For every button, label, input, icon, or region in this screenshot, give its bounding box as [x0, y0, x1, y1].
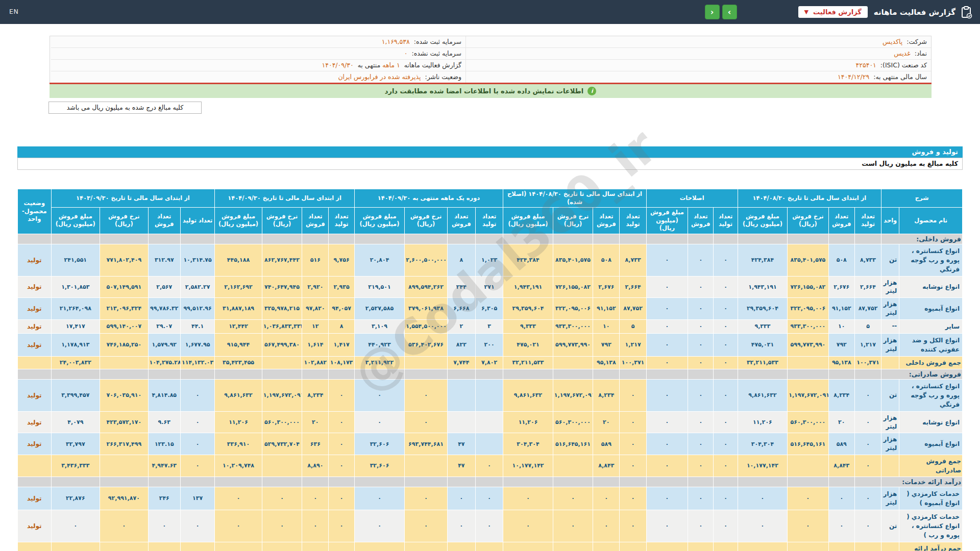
- cell-month: ۳۷۹,۰۶۱,۹۳۸: [405, 298, 447, 320]
- company-value: پاکدیس: [883, 38, 902, 45]
- cell-g1403: ۲,۵۶۷: [148, 276, 180, 298]
- report-type-dropdown[interactable]: گزارش فعالیت ▼: [798, 6, 868, 18]
- report-date-value: ۱۴۰۴/۰۹/۳۰: [322, 61, 354, 69]
- cell-g1403: ۷۰۶,۰۳۵,۹۱۰: [100, 379, 148, 411]
- cell-g1403: ۲۴۶: [148, 542, 180, 551]
- cell-month: ۰: [354, 487, 405, 510]
- cell-g0930: ۰: [329, 433, 354, 455]
- cell-g0830adj: ۸,۲۳۴: [593, 379, 620, 411]
- cell-adj: ۰: [714, 542, 738, 551]
- cell-g1403: ۱۳۷: [180, 542, 214, 551]
- report-prefix: گزارش فعالیت ماهانه: [404, 61, 461, 69]
- cell-g0830adj: ۴۷۵,۰۲۱: [503, 333, 553, 356]
- column-g0930: تعداد تولید: [329, 208, 354, 234]
- cell-g0930: [262, 455, 302, 477]
- cell-g0930: ۸۶۲,۷۶۷,۴۴۲: [262, 244, 302, 276]
- next-report-button[interactable]: ›: [722, 5, 737, 19]
- cell-month: ۰: [354, 510, 405, 542]
- cell-g0830: ۸,۲۳۴: [828, 379, 854, 411]
- cell-g0830adj: ۲,۶۶۴: [620, 276, 646, 298]
- cell-g0830adj: ۳۲,۲۱۱,۵۳۳: [503, 356, 553, 369]
- cell-adj: ۰: [688, 244, 714, 276]
- table-cell: [180, 369, 214, 379]
- cell-g0830adj: ۳۲۲,۰۹۵,۰۰۶: [553, 298, 593, 320]
- cell-month: ۸۲۲: [447, 333, 475, 356]
- cell-adj: ۰: [714, 319, 738, 333]
- table-cell: [18, 234, 52, 244]
- cell-g0830: ۱۰: [828, 319, 854, 333]
- column-g0830adj: تعداد تولید: [620, 208, 646, 234]
- previous-report-button[interactable]: ‹: [705, 5, 720, 19]
- cell-g0830adj: ۰: [553, 487, 593, 510]
- product-name: خدمات کارمزدي ( انواع آبمیوه ): [899, 487, 963, 510]
- fiscal-year-label: سال مالی منتهی به:: [873, 73, 927, 81]
- table-cell: [354, 234, 405, 244]
- symbol-value: غدیس: [894, 49, 911, 57]
- cell-month: ۴۴۰,۹۲۳: [354, 333, 405, 356]
- cell-g0830adj: ۰: [620, 433, 646, 455]
- cell-g0830adj: ۵۹۹,۷۷۳,۹۹۰: [553, 333, 593, 356]
- cell-g1403: [100, 542, 148, 551]
- table-cell: [100, 369, 148, 379]
- cell-month: ۰: [405, 411, 447, 433]
- cell-g0930: ۴۴۵,۱۸۸: [215, 244, 262, 276]
- product-status: تولید: [18, 379, 52, 411]
- language-switch-en[interactable]: EN: [9, 8, 18, 15]
- product-unit: [881, 455, 899, 477]
- product-unit: هزار لیتر: [881, 411, 899, 433]
- cell-g0830adj: ۳۰۴,۳۰۴: [503, 433, 553, 455]
- cell-adj: ۰: [646, 455, 688, 477]
- column-g1403: نرخ فروش (ریال): [100, 208, 148, 234]
- table-header-row: نام محصولواحدتعداد تولیدتعداد فروشنرخ فر…: [18, 208, 963, 234]
- cell-g0830: ۰: [828, 510, 854, 542]
- cell-g0930: [262, 356, 302, 369]
- column-group-g0830: از ابتدای سال مالی تا تاریخ ۱۴۰۴/۰۸/۳۰: [738, 189, 881, 208]
- cell-g0830: ۹۱,۱۵۲: [828, 298, 854, 320]
- cell-month: ۲۱۹,۵۰۱: [354, 276, 405, 298]
- cell-g0830: ۲,۶۶۴: [854, 276, 881, 298]
- column-g0830: نرخ فروش (ریال): [788, 208, 828, 234]
- cell-g0930: ۲,۹۳۵: [329, 276, 354, 298]
- cell-g0830: ۲۹,۳۵۹,۶۰۴: [738, 298, 788, 320]
- cell-g0930: ۰: [329, 455, 354, 477]
- cell-month: ۴۷: [447, 455, 475, 477]
- table-cell: [476, 234, 503, 244]
- cell-g0830adj: ۴۲۴,۳۸۴: [503, 244, 553, 276]
- cell-g0830: ۱۰,۱۷۷,۱۴۲: [738, 455, 788, 477]
- cell-month: ۸۹۹,۵۹۴,۲۶۲: [405, 276, 447, 298]
- amounts-note-button[interactable]: کلیه مبالغ درج شده به میلیون ریال می باش…: [48, 102, 202, 114]
- cell-g0830: ۱,۲۱۷: [854, 333, 881, 356]
- table-cell: [354, 477, 405, 487]
- column-g1403: مبلغ فروش (میلیون ریال): [51, 208, 100, 234]
- cell-g0930: ۰: [262, 510, 302, 542]
- cell-g0930: ۰: [329, 487, 354, 510]
- cell-month: ۲: [447, 319, 475, 333]
- total-label: جمع درآمد ارائه خدمات: [899, 542, 963, 551]
- symbol-label: نماد:: [915, 49, 927, 57]
- cell-g1403: ۲,۵۸۲.۲۷: [180, 276, 214, 298]
- cell-g0830adj: ۵: [620, 319, 646, 333]
- cell-g0830adj: ۷۲۶,۱۵۵,۰۸۲: [553, 276, 593, 298]
- company-info-table: شرکت: پاکدیس سرمایه ثبت شده: ۱,۱۶۹,۵۳۸ ن…: [50, 36, 932, 84]
- cell-adj: ۰: [646, 433, 688, 455]
- production-sales-table-wrap: شرحاز ابتدای سال مالی تا تاریخ ۱۴۰۴/۰۸/۳…: [17, 189, 963, 551]
- table-cell: [476, 477, 503, 487]
- cell-g0830adj: ۸۷,۷۵۲: [620, 298, 646, 320]
- column-g0930: تعداد فروش: [302, 208, 329, 234]
- cell-month: ۳۲,۶۰۶: [354, 433, 405, 455]
- cell-month: ۲,۵۲۷,۵۸۵: [354, 298, 405, 320]
- cell-g0830: ۹۵,۱۳۸: [828, 356, 854, 369]
- table-cell: [51, 369, 100, 379]
- cell-g1403: ۱۲۳.۱۵: [148, 433, 180, 455]
- table-cell: [503, 234, 553, 244]
- cell-g0830: ۰: [828, 542, 854, 551]
- total-label: جمع فروش داخلی: [899, 356, 963, 369]
- cell-adj: ۰: [714, 510, 738, 542]
- product-name: انواع الکل و ضد عفوني کننده: [899, 333, 963, 356]
- cell-g0830adj: ۱۰: [593, 319, 620, 333]
- cell-adj: ۰: [688, 379, 714, 411]
- table-cell: [828, 234, 854, 244]
- report-period-row: گزارش فعالیت ماهانه ۱ ماهه منتهی به ۱۴۰۴…: [51, 60, 465, 71]
- production-sales-table: شرحاز ابتدای سال مالی تا تاریخ ۱۴۰۴/۰۸/۳…: [17, 189, 963, 551]
- cell-g0930: ۰: [215, 510, 262, 542]
